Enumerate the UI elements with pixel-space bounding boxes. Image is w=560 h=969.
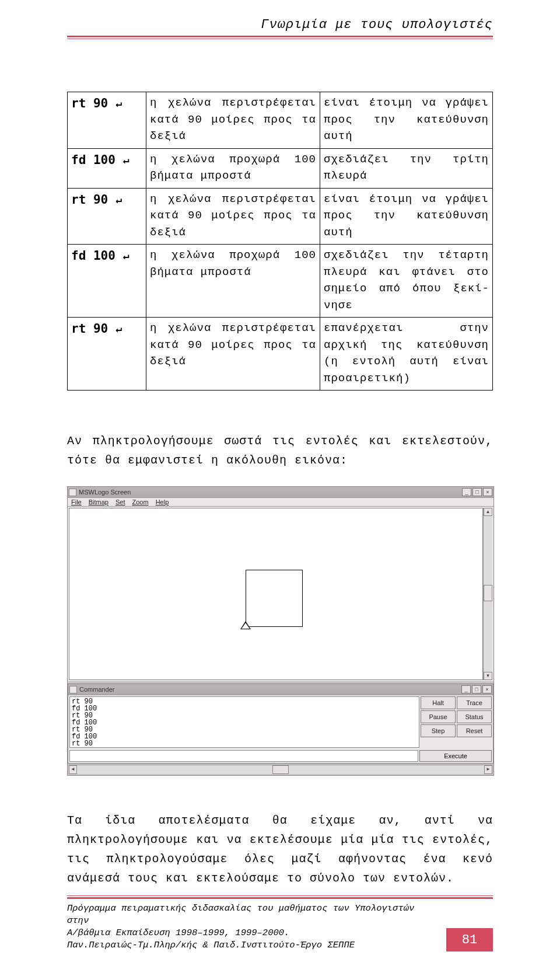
menubar: File Bitmap Set Zoom Help — [68, 498, 494, 507]
expl-cell: επανέρχεται στην αρχική της κα­τεύθυνση … — [320, 318, 493, 391]
maximize-button[interactable]: □ — [473, 488, 482, 496]
status-button[interactable]: Status — [457, 710, 492, 723]
table-row: fd 100 ↵ η χελώνα προχωρά 100 βήματα μπρ… — [68, 245, 493, 318]
commander-title: Commander — [79, 686, 460, 693]
desc-cell: η χελώνα περιστρέφεται κατά 90 μοίρες πρ… — [146, 188, 320, 245]
scroll-right-icon[interactable]: ► — [484, 765, 492, 774]
desc-cell: η χελώνα προχωρά 100 βήματα μπροστά — [146, 245, 320, 318]
scroll-down-icon[interactable]: ▼ — [484, 672, 492, 680]
expl-cell: σχεδιάζει την τέταρτη πλευρά και φτάνει … — [320, 245, 493, 318]
step-button[interactable]: Step — [421, 724, 456, 737]
intro-paragraph: Αν πληκτρολογήσουμε σωστά τις εντολές κα… — [67, 431, 493, 470]
desc-cell: η χελώνα προχωρά 100 βήματα μπροστά — [146, 148, 320, 188]
footer-rule — [67, 897, 493, 899]
commander-close-button[interactable]: × — [482, 685, 492, 693]
table-row: fd 100 ↵ η χελώνα προχωρά 100 βήματα μπρ… — [68, 148, 493, 188]
minimize-button[interactable]: _ — [462, 488, 471, 496]
commands-table: rt 90 ↵ η χελώνα περιστρέφεται κατά 90 μ… — [67, 92, 493, 391]
cmd-cell: fd 100 ↵ — [68, 148, 146, 188]
desc-cell: η χελώνα περιστρέφεται κατά 90 μοίρες πρ… — [146, 92, 320, 149]
closing-paragraph: Τα ίδια αποτελέσματα θα είχαμε αν, αντί … — [67, 811, 493, 888]
commander-titlebar: Commander _ □ × — [68, 684, 493, 695]
app-icon — [69, 489, 76, 496]
desc-cell: η χελώνα περιστρέφεται κατά 90 μοίρες πρ… — [146, 318, 320, 391]
menu-bitmap[interactable]: Bitmap — [89, 499, 108, 506]
window-title: MSWLogo Screen — [79, 489, 461, 496]
close-button[interactable]: × — [483, 488, 492, 496]
cmd-cell: rt 90 ↵ — [68, 318, 146, 391]
table-row: rt 90 ↵ η χελώνα περιστρέφεται κατά 90 μ… — [68, 92, 493, 149]
cmd-cell: rt 90 ↵ — [68, 188, 146, 245]
return-icon: ↵ — [116, 191, 122, 207]
drawing-canvas — [69, 508, 483, 680]
return-icon: ↵ — [116, 320, 122, 336]
trace-button[interactable]: Trace — [457, 696, 492, 709]
expl-cell: είναι έτοιμη να γράψει προς την κατεύθυν… — [320, 188, 493, 245]
halt-button[interactable]: Halt — [421, 696, 456, 709]
mswlogo-screenshot: MSWLogo Screen _ □ × File Bitmap Set Zoo… — [67, 486, 494, 776]
footer-text: Πρόγραμμα πειραματικής διδασκαλίας του μ… — [67, 902, 435, 951]
header-rule-thin — [67, 39, 493, 39]
footer-rule-thin — [67, 895, 493, 896]
expl-cell: σχεδιάζει την τρίτη πλευρά — [320, 148, 493, 188]
hscroll-thumb[interactable] — [272, 765, 289, 774]
menu-file[interactable]: File — [71, 499, 82, 506]
scroll-up-icon[interactable]: ▲ — [484, 508, 492, 516]
header-title: Γνωριμία με τους υπολογιστές — [67, 18, 493, 32]
command-history[interactable]: rt 90 fd 100 rt 90 fd 100 rt 90 fd 100 r… — [69, 696, 419, 748]
page-footer: Πρόγραμμα πειραματικής διδασκαλίας του μ… — [67, 895, 493, 951]
turtle-icon-fill — [242, 623, 250, 629]
table-row: rt 90 ↵ η χελώνα περιστρέφεται κατά 90 μ… — [68, 188, 493, 245]
reset-button[interactable]: Reset — [457, 724, 492, 737]
screen-titlebar: MSWLogo Screen _ □ × — [68, 487, 494, 498]
command-input[interactable] — [69, 750, 418, 762]
scroll-left-icon[interactable]: ◄ — [69, 765, 77, 774]
commander-max-button[interactable]: □ — [472, 685, 481, 693]
return-icon: ↵ — [123, 152, 130, 168]
menu-zoom[interactable]: Zoom — [132, 499, 149, 506]
menu-help[interactable]: Help — [156, 499, 169, 506]
return-icon: ↵ — [116, 95, 122, 111]
cmd-cell: fd 100 ↵ — [68, 245, 146, 318]
menu-set[interactable]: Set — [116, 499, 125, 506]
commander-buttons: Halt Trace Pause Status Step Reset — [421, 696, 492, 748]
page-header: Γνωριμία με τους υπολογιστές — [67, 0, 493, 39]
vertical-scrollbar[interactable]: ▲ ▼ — [483, 508, 492, 680]
expl-cell: είναι έτοιμη να γράψει προς την κατεύθυν… — [320, 92, 493, 149]
execute-button[interactable]: Execute — [419, 750, 492, 762]
commander-icon — [69, 686, 77, 693]
drawn-square — [246, 570, 303, 627]
commander-min-button[interactable]: _ — [461, 685, 471, 693]
page-number: 81 — [446, 928, 493, 951]
horizontal-scrollbar[interactable]: ◄ ► — [69, 765, 492, 774]
table-row: rt 90 ↵ η χελώνα περιστρέφεται κατά 90 μ… — [68, 318, 493, 391]
return-icon: ↵ — [123, 248, 130, 263]
cmd-cell: rt 90 ↵ — [68, 92, 146, 149]
pause-button[interactable]: Pause — [421, 710, 456, 723]
commander-window: Commander _ □ × rt 90 fd 100 rt 90 fd 10… — [68, 684, 494, 764]
header-rule — [67, 36, 493, 37]
scroll-thumb[interactable] — [484, 585, 492, 601]
